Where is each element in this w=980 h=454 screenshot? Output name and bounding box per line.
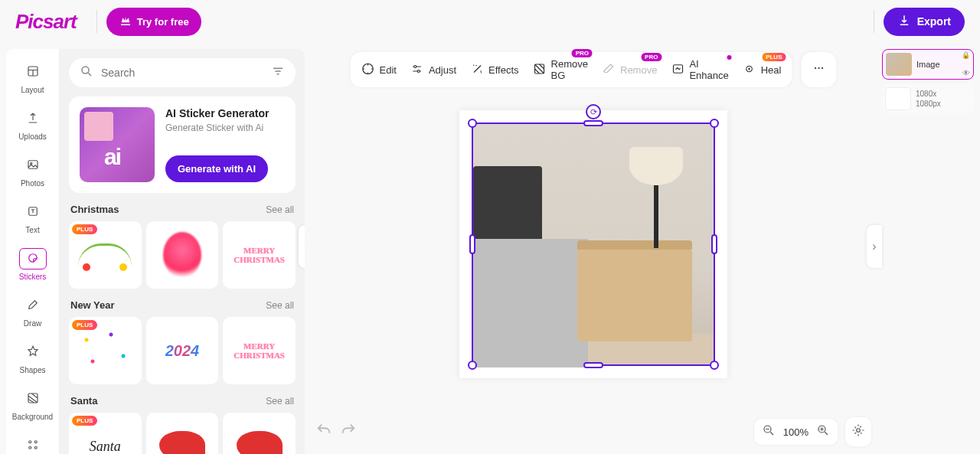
tool-label: Effects [488, 64, 519, 76]
nav-label: Text [25, 226, 39, 234]
filter-icon[interactable] [271, 64, 285, 81]
sticker-item[interactable]: PLUS Santa [69, 413, 142, 454]
resize-handle-bottom[interactable] [583, 362, 603, 368]
nav-label: Background [12, 413, 53, 421]
chevron-left-icon: ‹ [304, 240, 305, 253]
nav-label: Stickers [19, 273, 47, 281]
search-icon [80, 64, 93, 81]
undo-button[interactable] [315, 422, 332, 442]
apps-icon [26, 438, 40, 453]
zoom-in-button[interactable] [816, 423, 830, 440]
text-icon [26, 204, 40, 220]
export-label: Export [917, 15, 951, 28]
download-icon [897, 14, 911, 30]
svg-point-19 [822, 67, 823, 69]
export-button[interactable]: Export [884, 8, 965, 36]
sticker-item[interactable]: 2024 [146, 317, 219, 384]
redo-button[interactable] [340, 422, 357, 442]
logo[interactable]: Picsart [15, 10, 77, 34]
toolbar-more-button[interactable] [801, 52, 836, 87]
svg-point-17 [815, 67, 816, 69]
resize-handle-tl[interactable] [468, 119, 477, 128]
layer-canvas[interactable]: 1080x 1080px [882, 84, 974, 113]
resize-handle-left[interactable] [469, 234, 475, 254]
canvas-area: Edit Adjust Effects Remove BG PRO [305, 49, 882, 454]
nav-stickers[interactable]: Stickers [10, 242, 56, 287]
artboard[interactable]: ⟳ [459, 110, 727, 378]
zoom-out-button[interactable] [762, 423, 776, 440]
side-panel: AI Sticker Generator Generate Sticker wi… [60, 49, 305, 454]
svg-point-22 [857, 429, 861, 433]
layer-thumb [885, 87, 911, 110]
nav-label: Photos [21, 179, 44, 188]
svg-point-5 [28, 441, 31, 443]
tool-label: Adjust [429, 64, 456, 76]
rotate-handle[interactable]: ⟳ [586, 104, 601, 119]
resize-handle-bl[interactable] [468, 361, 477, 370]
tool-edit[interactable]: Edit [361, 62, 397, 78]
background-icon [26, 391, 40, 407]
upload-icon [26, 111, 40, 126]
see-all-link[interactable]: See all [266, 204, 294, 215]
layout-icon [26, 64, 40, 80]
try-free-label: Try for free [137, 16, 189, 28]
ai-card-title: AI Sticker Generator [165, 107, 285, 119]
see-all-link[interactable]: See all [266, 396, 294, 407]
section-title: Christmas [70, 204, 119, 215]
svg-point-7 [28, 446, 31, 449]
nav-more-tools[interactable]: More Tools [10, 429, 56, 454]
resize-handle-br[interactable] [710, 361, 719, 370]
see-all-link[interactable]: See all [266, 300, 294, 311]
nav-draw[interactable]: Draw [10, 289, 56, 334]
try-free-button[interactable]: Try for free [106, 8, 201, 36]
tool-effects[interactable]: Effects [470, 62, 519, 78]
tool-remove[interactable]: Remove PRO [602, 62, 657, 78]
crown-icon [119, 14, 132, 30]
resize-handle-right[interactable] [711, 234, 717, 254]
zoom-control: 100% [754, 419, 838, 445]
svg-point-6 [34, 441, 37, 443]
nav-text[interactable]: Text [10, 195, 56, 240]
toolbar: Edit Adjust Effects Remove BG PRO [351, 52, 792, 87]
eye-icon[interactable]: 👁 [962, 69, 970, 77]
svg-point-18 [818, 67, 819, 69]
more-icon [812, 61, 825, 78]
lock-icon[interactable]: 🔒 [962, 51, 970, 59]
tool-ai-enhance[interactable]: AI Enhance [671, 58, 728, 81]
brush-icon [26, 298, 40, 313]
collapse-right-button[interactable]: › [867, 225, 882, 268]
resize-handle-top[interactable] [583, 120, 603, 126]
nav-photos[interactable]: Photos [10, 149, 56, 194]
tool-remove-bg[interactable]: Remove BG PRO [533, 58, 588, 81]
enhance-icon [671, 62, 684, 78]
tool-label: Heal [761, 64, 782, 76]
sticker-item[interactable] [223, 413, 296, 454]
search-row [69, 58, 296, 87]
svg-point-13 [418, 70, 420, 72]
collapse-left-button[interactable]: ‹ [299, 225, 305, 268]
tool-adjust[interactable]: Adjust [410, 62, 456, 78]
nav-layout[interactable]: Layout [10, 55, 56, 100]
year-2024-text: 2024 [165, 342, 200, 360]
tool-label: Remove [620, 64, 657, 76]
search-input[interactable] [101, 67, 263, 79]
heal-icon [743, 62, 756, 78]
resize-handle-tr[interactable] [710, 119, 719, 128]
sticker-item[interactable]: PLUS [69, 221, 142, 289]
layer-image[interactable]: Image 🔒 👁 [882, 49, 974, 80]
generate-ai-button[interactable]: Generate with AI [165, 155, 268, 182]
sticker-item[interactable] [146, 221, 219, 289]
selected-image[interactable]: ⟳ [472, 122, 715, 366]
tool-heal[interactable]: Heal PLUS [743, 62, 782, 78]
nav-background[interactable]: Background [10, 382, 56, 427]
sticker-item[interactable] [146, 413, 219, 454]
nav-shapes[interactable]: Shapes [10, 335, 56, 381]
sticker-item[interactable]: PLUS [69, 317, 142, 384]
tool-label: Edit [380, 64, 397, 76]
svg-point-8 [34, 446, 37, 449]
canvas-settings-button[interactable] [845, 417, 871, 446]
nav-uploads[interactable]: Uploads [10, 102, 56, 147]
rotate-icon: ⟳ [590, 107, 597, 117]
sticker-item[interactable]: MERRY CHRISTMAS [223, 221, 296, 289]
sticker-item[interactable]: MERRY CHRISTMAS [223, 317, 296, 384]
